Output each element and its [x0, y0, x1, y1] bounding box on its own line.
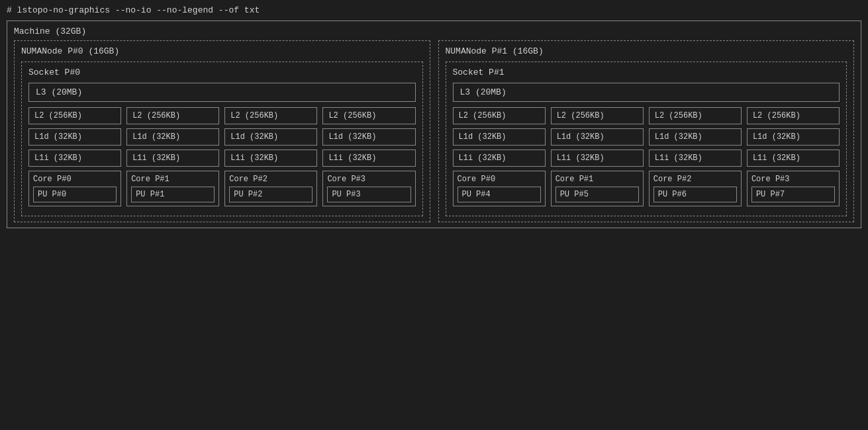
l2-cache-0-2: L2 (256KB): [224, 107, 317, 124]
core-label-1-0: Core P#0: [458, 175, 541, 184]
core-label-1-3: Core P#3: [751, 175, 835, 184]
core-box-0-2: Core P#2PU P#2: [224, 171, 317, 206]
socket-box-1: Socket P#1L3 (20MB)L2 (256KB)L2 (256KB)L…: [446, 62, 847, 216]
l1i-cache-0-2: L1i (32KB): [224, 150, 317, 167]
l2-cache-1-2: L2 (256KB): [649, 107, 742, 124]
l1i-cache-1-0: L1i (32KB): [453, 150, 546, 167]
l2-cache-1-0: L2 (256KB): [453, 107, 546, 124]
l2-cache-1-1: L2 (256KB): [551, 107, 644, 124]
l1d-cache-0-3: L1d (32KB): [322, 128, 415, 146]
pu-box-0-2: PU P#2: [229, 187, 313, 202]
l1d-row-1: L1d (32KB)L1d (32KB)L1d (32KB)L1d (32KB): [453, 128, 840, 146]
core-label-1-1: Core P#1: [555, 175, 639, 184]
pu-box-1-0: PU P#4: [458, 187, 541, 202]
l1i-row-0: L1i (32KB)L1i (32KB)L1i (32KB)L1i (32KB): [28, 150, 416, 167]
numa-box-1: NUMANode P#1 (16GB)Socket P#1L3 (20MB)L2…: [438, 40, 855, 222]
l1d-cache-1-3: L1d (32KB): [747, 128, 840, 146]
pu-box-1-3: PU P#7: [751, 187, 835, 202]
l1i-cache-1-2: L1i (32KB): [649, 150, 742, 167]
l2-cache-1-3: L2 (256KB): [747, 107, 840, 124]
l2-cache-0-1: L2 (256KB): [126, 107, 219, 124]
core-label-0-1: Core P#1: [131, 175, 215, 184]
machine-box: Machine (32GB) NUMANode P#0 (16GB)Socket…: [7, 21, 861, 228]
core-label-1-2: Core P#2: [653, 175, 737, 184]
machine-label: Machine (32GB): [14, 26, 854, 36]
l1i-cache-1-3: L1i (32KB): [747, 150, 840, 167]
l1d-row-0: L1d (32KB)L1d (32KB)L1d (32KB)L1d (32KB): [28, 128, 416, 146]
socket-box-0: Socket P#0L3 (20MB)L2 (256KB)L2 (256KB)L…: [21, 62, 423, 216]
l1d-cache-1-0: L1d (32KB): [453, 128, 546, 146]
command-line: # lstopo-no-graphics --no-io --no-legend…: [7, 5, 861, 15]
core-box-1-1: Core P#1PU P#5: [551, 171, 644, 206]
l1d-cache-0-0: L1d (32KB): [28, 128, 121, 146]
l3-box-1: L3 (20MB): [453, 83, 840, 102]
numa-row: NUMANode P#0 (16GB)Socket P#0L3 (20MB)L2…: [14, 40, 854, 222]
pu-box-0-3: PU P#3: [327, 187, 410, 202]
l1i-cache-0-3: L1i (32KB): [322, 150, 415, 167]
terminal: # lstopo-no-graphics --no-io --no-legend…: [0, 0, 868, 430]
l2-cache-0-0: L2 (256KB): [28, 107, 121, 124]
core-label-0-0: Core P#0: [33, 175, 117, 184]
core-row-0: Core P#0PU P#0Core P#1PU P#1Core P#2PU P…: [28, 171, 416, 206]
core-label-0-2: Core P#2: [229, 175, 313, 184]
numa-label-1: NUMANode P#1 (16GB): [446, 46, 847, 56]
l1i-cache-1-1: L1i (32KB): [551, 150, 644, 167]
core-box-0-3: Core P#3PU P#3: [322, 171, 415, 206]
socket-label-1: Socket P#1: [453, 67, 840, 77]
core-label-0-3: Core P#3: [327, 175, 410, 184]
l2-row-0: L2 (256KB)L2 (256KB)L2 (256KB)L2 (256KB): [28, 107, 416, 124]
core-row-1: Core P#0PU P#4Core P#1PU P#5Core P#2PU P…: [453, 171, 840, 206]
l1d-cache-1-2: L1d (32KB): [649, 128, 742, 146]
pu-box-1-2: PU P#6: [653, 187, 737, 202]
socket-label-0: Socket P#0: [28, 67, 416, 77]
l1d-cache-0-2: L1d (32KB): [224, 128, 317, 146]
l1i-cache-0-0: L1i (32KB): [28, 150, 121, 167]
l1d-cache-1-1: L1d (32KB): [551, 128, 644, 146]
core-box-1-2: Core P#2PU P#6: [649, 171, 742, 206]
numa-box-0: NUMANode P#0 (16GB)Socket P#0L3 (20MB)L2…: [14, 40, 430, 222]
core-box-0-1: Core P#1PU P#1: [126, 171, 219, 206]
pu-box-1-1: PU P#5: [555, 187, 639, 202]
l1i-cache-0-1: L1i (32KB): [126, 150, 219, 167]
core-box-1-3: Core P#3PU P#7: [747, 171, 840, 206]
l1d-cache-0-1: L1d (32KB): [126, 128, 219, 146]
l2-cache-0-3: L2 (256KB): [322, 107, 415, 124]
l1i-row-1: L1i (32KB)L1i (32KB)L1i (32KB)L1i (32KB): [453, 150, 840, 167]
core-box-1-0: Core P#0PU P#4: [453, 171, 546, 206]
l2-row-1: L2 (256KB)L2 (256KB)L2 (256KB)L2 (256KB): [453, 107, 840, 124]
l3-box-0: L3 (20MB): [28, 83, 416, 102]
core-box-0-0: Core P#0PU P#0: [28, 171, 121, 206]
pu-box-0-1: PU P#1: [131, 187, 215, 202]
pu-box-0-0: PU P#0: [33, 187, 117, 202]
numa-label-0: NUMANode P#0 (16GB): [21, 46, 423, 56]
